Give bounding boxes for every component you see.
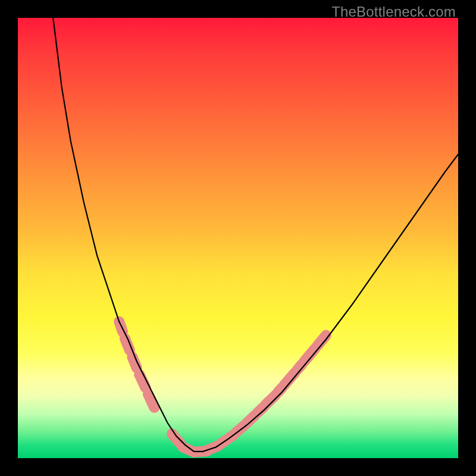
plot-area (18, 18, 458, 458)
main-curve (53, 18, 458, 452)
highlight-segment (148, 394, 154, 408)
chart-frame: TheBottleneck.com (0, 0, 476, 476)
curve-svg (18, 18, 458, 458)
